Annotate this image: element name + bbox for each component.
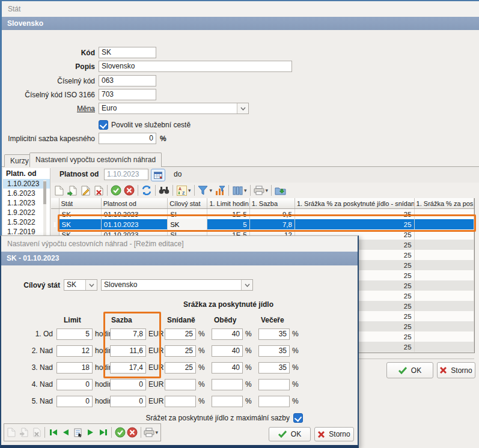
filter-analysis-icon[interactable] (213, 184, 227, 197)
sazba-input[interactable]: 7,8 (110, 328, 146, 340)
delete-record-icon[interactable] (92, 184, 105, 197)
columns-icon[interactable] (231, 184, 244, 197)
vecere-input[interactable] (258, 396, 290, 407)
copy-record-icon[interactable] (66, 184, 79, 197)
table-row[interactable]: ISK01.10.2023SK57,825 (51, 219, 474, 229)
confirm-icon[interactable] (114, 426, 126, 439)
iso-kod-label: Číselný kód ISO 3166 (0, 91, 95, 99)
kod-input[interactable]: SK (99, 47, 156, 58)
obedy-input[interactable] (212, 379, 243, 390)
grid-column-header[interactable]: Stát (59, 198, 101, 209)
vecere-input[interactable]: 35 (258, 345, 290, 357)
ok-button[interactable]: OK (386, 362, 433, 378)
sazba-input[interactable]: 11,6 (110, 345, 146, 357)
list-scrollbar-thumb[interactable] (43, 181, 46, 204)
cilovy-stat-code-select[interactable]: SK (64, 279, 97, 291)
obedy-input[interactable] (212, 396, 243, 407)
dialog-ok-button[interactable]: OK (269, 427, 311, 441)
limit-input[interactable]: 18 (56, 362, 93, 374)
limit-input[interactable]: 5 (56, 328, 93, 340)
sazba-input[interactable]: 0 (110, 379, 146, 390)
delete-record-icon[interactable] (31, 426, 43, 439)
limit-input[interactable]: 0 (56, 396, 93, 407)
list-scrollbar[interactable] (43, 180, 46, 240)
dialog-toolbar: ▾ (4, 423, 161, 441)
grid-column-header[interactable]: 1. Srážka % za pos (414, 198, 474, 209)
chevron-down-icon[interactable] (241, 280, 252, 290)
srazet-checkbox[interactable] (293, 413, 303, 423)
povolit-label: Povolit ve služební cestě (111, 121, 191, 129)
obedy-input[interactable]: 40 (212, 345, 243, 357)
ciselny-kod-input[interactable]: 063 (99, 75, 156, 86)
vecere-input[interactable] (258, 379, 290, 390)
search-binoculars-icon[interactable] (157, 184, 171, 197)
table-cell (414, 229, 474, 240)
grid-column-header[interactable]: 1. Sazba (249, 198, 294, 209)
last-record-icon[interactable] (97, 426, 109, 439)
grid-column-header[interactable]: 1. Limit hodin (207, 198, 249, 209)
cancel-icon[interactable] (123, 184, 136, 197)
check-icon (278, 431, 287, 438)
refresh-icon[interactable] (140, 184, 153, 197)
new-record-icon[interactable] (5, 426, 18, 439)
percent-suffix: % (245, 363, 252, 372)
limit-input[interactable]: 12 (56, 345, 93, 357)
mena-select[interactable]: Euro (99, 103, 249, 114)
sazba-input[interactable]: 17,4 (110, 362, 146, 374)
cilovy-stat-name-select[interactable]: Slovensko (101, 279, 253, 291)
limit-input[interactable]: 0 (56, 379, 93, 390)
ok-button-label: OK (411, 366, 421, 375)
snidane-input[interactable]: 25 (165, 345, 196, 357)
print-icon[interactable] (252, 184, 266, 197)
tab-nastaveni-nahrad[interactable]: Nastavení vypočtu cestovních náhrad (29, 153, 162, 167)
record-list-icon[interactable] (72, 426, 85, 439)
first-record-icon[interactable] (47, 426, 59, 439)
grid-column-header[interactable]: Platnost od (101, 198, 167, 209)
obedy-input[interactable]: 40 (212, 328, 243, 340)
next-record-icon[interactable] (85, 426, 97, 439)
storno-button[interactable]: Storno (437, 362, 475, 378)
grid-column-header[interactable]: Cílový stat (168, 198, 207, 209)
snidane-input[interactable]: 25 (165, 328, 196, 340)
dialog-storno-button[interactable]: Storno (314, 427, 354, 441)
obedy-column-header: Obědy (214, 316, 236, 324)
mena-value: Euro (102, 104, 117, 112)
grid-column-header[interactable] (51, 198, 59, 209)
copy-record-icon[interactable] (18, 426, 31, 439)
platnost-od-value[interactable]: 1.10.2023 (104, 169, 148, 180)
chevron-down-icon[interactable] (85, 280, 97, 290)
export-icon[interactable] (273, 184, 287, 197)
filter-dropdown-caret[interactable]: ▾ (210, 187, 213, 193)
chevron-down-icon[interactable] (237, 103, 248, 114)
print-icon[interactable] (143, 426, 156, 439)
table-row[interactable]: SK01.10.2023SI1E-59,525 (51, 209, 474, 220)
previous-record-icon[interactable] (59, 426, 72, 439)
columns-dropdown-caret[interactable]: ▾ (244, 187, 247, 193)
table-cell: SK (168, 219, 207, 229)
percent-suffix: % (292, 397, 299, 405)
popis-input[interactable]: Slovensko (99, 61, 292, 72)
snidane-input[interactable] (165, 379, 196, 390)
obedy-input[interactable]: 40 (212, 362, 243, 374)
cancel-icon[interactable] (126, 426, 139, 439)
print-dropdown-caret[interactable]: ▾ (155, 429, 158, 435)
snidane-input[interactable]: 25 (165, 362, 196, 374)
new-record-icon[interactable] (52, 184, 66, 197)
calendar-button[interactable] (151, 169, 165, 181)
platnost-od-field[interactable]: 1.10.2023 (104, 169, 142, 180)
filter-icon[interactable] (197, 184, 210, 197)
vecere-input[interactable]: 35 (258, 362, 290, 374)
edit-record-icon[interactable] (79, 184, 92, 197)
sort-dropdown-caret[interactable]: ▾ (188, 187, 191, 193)
grid-column-header[interactable]: 1. Srážka % za poskytnuté jídlo - snídan… (294, 198, 414, 209)
confirm-icon[interactable] (109, 184, 123, 197)
print-dropdown-caret[interactable]: ▾ (266, 187, 269, 193)
kapesne-input[interactable]: 0 (99, 133, 156, 144)
vecere-input[interactable]: 35 (258, 328, 290, 340)
sort-az-icon[interactable]: AZ (175, 184, 188, 197)
povolit-checkbox[interactable] (99, 120, 108, 130)
sazba-input[interactable]: 0 (110, 396, 146, 407)
toolbar-separator (228, 185, 229, 196)
iso-kod-input[interactable]: 703 (99, 89, 156, 100)
snidane-input[interactable] (165, 396, 196, 407)
